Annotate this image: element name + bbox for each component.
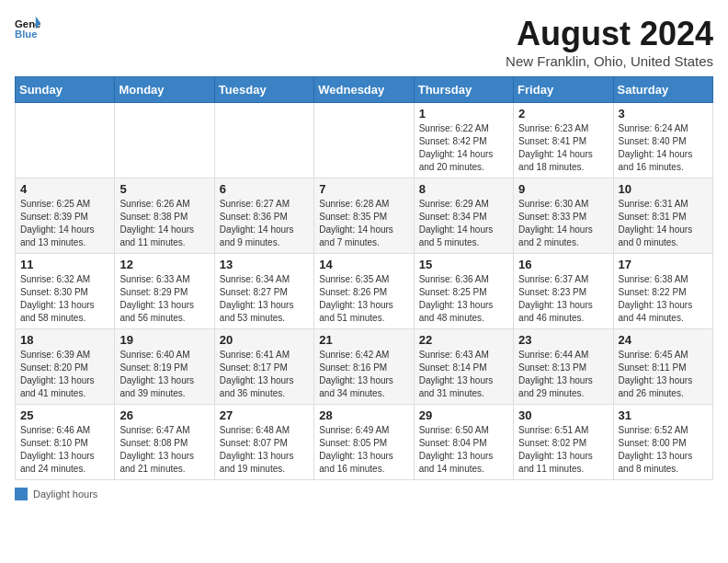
calendar-cell: 19Sunrise: 6:40 AM Sunset: 8:19 PM Dayli… xyxy=(115,329,214,405)
calendar-cell: 10Sunrise: 6:31 AM Sunset: 8:31 PM Dayli… xyxy=(613,178,712,254)
day-info: Sunrise: 6:52 AM Sunset: 8:00 PM Dayligh… xyxy=(619,424,708,476)
calendar-week-row: 18Sunrise: 6:39 AM Sunset: 8:20 PM Dayli… xyxy=(16,329,713,405)
calendar-cell: 20Sunrise: 6:41 AM Sunset: 8:17 PM Dayli… xyxy=(214,329,313,405)
day-number: 1 xyxy=(419,107,508,121)
day-number: 13 xyxy=(220,258,309,271)
day-info: Sunrise: 6:42 AM Sunset: 8:16 PM Dayligh… xyxy=(319,349,408,400)
day-info: Sunrise: 6:28 AM Sunset: 8:35 PM Dayligh… xyxy=(319,198,408,249)
calendar-cell: 29Sunrise: 6:50 AM Sunset: 8:04 PM Dayli… xyxy=(414,405,513,480)
day-number: 9 xyxy=(518,182,608,196)
day-number: 3 xyxy=(619,107,708,121)
day-info: Sunrise: 6:44 AM Sunset: 8:13 PM Dayligh… xyxy=(518,349,608,400)
calendar-cell: 5Sunrise: 6:26 AM Sunset: 8:38 PM Daylig… xyxy=(115,178,214,254)
page-title: August 2024 xyxy=(506,15,713,53)
calendar-header-sunday: Sunday xyxy=(16,77,115,103)
day-number: 31 xyxy=(619,408,708,422)
calendar-cell xyxy=(115,103,214,178)
day-number: 24 xyxy=(619,333,708,347)
day-info: Sunrise: 6:22 AM Sunset: 8:42 PM Dayligh… xyxy=(419,122,508,174)
day-info: Sunrise: 6:39 AM Sunset: 8:20 PM Dayligh… xyxy=(20,349,109,400)
day-number: 12 xyxy=(119,258,209,271)
calendar-cell: 9Sunrise: 6:30 AM Sunset: 8:33 PM Daylig… xyxy=(514,178,613,254)
day-info: Sunrise: 6:49 AM Sunset: 8:05 PM Dayligh… xyxy=(319,424,408,476)
calendar-header-thursday: Thursday xyxy=(414,77,513,103)
calendar-header-friday: Friday xyxy=(514,77,613,103)
calendar-week-row: 11Sunrise: 6:32 AM Sunset: 8:30 PM Dayli… xyxy=(16,254,713,329)
day-info: Sunrise: 6:34 AM Sunset: 8:27 PM Dayligh… xyxy=(220,273,309,325)
day-info: Sunrise: 6:41 AM Sunset: 8:17 PM Dayligh… xyxy=(220,349,309,400)
calendar-cell: 17Sunrise: 6:38 AM Sunset: 8:22 PM Dayli… xyxy=(613,254,712,329)
day-info: Sunrise: 6:33 AM Sunset: 8:29 PM Dayligh… xyxy=(119,273,209,325)
day-number: 30 xyxy=(518,408,608,422)
calendar-cell: 8Sunrise: 6:29 AM Sunset: 8:34 PM Daylig… xyxy=(414,178,513,254)
calendar-cell: 31Sunrise: 6:52 AM Sunset: 8:00 PM Dayli… xyxy=(613,405,712,480)
calendar-week-row: 25Sunrise: 6:46 AM Sunset: 8:10 PM Dayli… xyxy=(16,405,713,480)
day-number: 22 xyxy=(419,333,508,347)
calendar-cell: 4Sunrise: 6:25 AM Sunset: 8:39 PM Daylig… xyxy=(16,178,115,254)
calendar-header-monday: Monday xyxy=(115,77,214,103)
calendar-cell xyxy=(16,103,115,178)
day-info: Sunrise: 6:38 AM Sunset: 8:22 PM Dayligh… xyxy=(619,273,708,325)
day-info: Sunrise: 6:27 AM Sunset: 8:36 PM Dayligh… xyxy=(220,198,309,249)
day-info: Sunrise: 6:43 AM Sunset: 8:14 PM Dayligh… xyxy=(419,349,508,400)
calendar-cell: 28Sunrise: 6:49 AM Sunset: 8:05 PM Dayli… xyxy=(314,405,414,480)
day-number: 6 xyxy=(220,182,309,196)
day-info: Sunrise: 6:37 AM Sunset: 8:23 PM Dayligh… xyxy=(518,273,608,325)
calendar-cell: 22Sunrise: 6:43 AM Sunset: 8:14 PM Dayli… xyxy=(414,329,513,405)
calendar-cell: 11Sunrise: 6:32 AM Sunset: 8:30 PM Dayli… xyxy=(16,254,115,329)
calendar-cell: 26Sunrise: 6:47 AM Sunset: 8:08 PM Dayli… xyxy=(115,405,214,480)
calendar-header-row: SundayMondayTuesdayWednesdayThursdayFrid… xyxy=(16,77,713,103)
calendar-cell: 30Sunrise: 6:51 AM Sunset: 8:02 PM Dayli… xyxy=(514,405,613,480)
day-number: 2 xyxy=(518,107,608,121)
daylight-box xyxy=(15,488,28,500)
day-info: Sunrise: 6:26 AM Sunset: 8:38 PM Dayligh… xyxy=(119,198,209,249)
calendar-header-wednesday: Wednesday xyxy=(314,77,414,103)
day-number: 18 xyxy=(20,333,109,347)
calendar-cell: 27Sunrise: 6:48 AM Sunset: 8:07 PM Dayli… xyxy=(214,405,313,480)
day-number: 8 xyxy=(419,182,508,196)
logo: General Blue xyxy=(15,15,40,40)
calendar-cell: 6Sunrise: 6:27 AM Sunset: 8:36 PM Daylig… xyxy=(214,178,313,254)
day-number: 25 xyxy=(20,408,109,422)
calendar-cell xyxy=(314,103,414,178)
day-number: 26 xyxy=(119,408,209,422)
day-info: Sunrise: 6:48 AM Sunset: 8:07 PM Dayligh… xyxy=(220,424,309,476)
day-info: Sunrise: 6:46 AM Sunset: 8:10 PM Dayligh… xyxy=(20,424,109,476)
day-number: 10 xyxy=(619,182,708,196)
day-info: Sunrise: 6:35 AM Sunset: 8:26 PM Dayligh… xyxy=(319,273,408,325)
calendar-cell: 13Sunrise: 6:34 AM Sunset: 8:27 PM Dayli… xyxy=(214,254,313,329)
day-number: 23 xyxy=(518,333,608,347)
day-info: Sunrise: 6:40 AM Sunset: 8:19 PM Dayligh… xyxy=(119,349,209,400)
day-info: Sunrise: 6:23 AM Sunset: 8:41 PM Dayligh… xyxy=(518,122,608,174)
footer: Daylight hours xyxy=(15,488,713,500)
calendar-week-row: 4Sunrise: 6:25 AM Sunset: 8:39 PM Daylig… xyxy=(16,178,713,254)
page-subtitle: New Franklin, Ohio, United States xyxy=(506,53,713,69)
calendar-cell xyxy=(214,103,313,178)
logo-icon: General Blue xyxy=(15,15,40,40)
day-number: 19 xyxy=(119,333,209,347)
calendar-cell: 3Sunrise: 6:24 AM Sunset: 8:40 PM Daylig… xyxy=(613,103,712,178)
calendar-cell: 21Sunrise: 6:42 AM Sunset: 8:16 PM Dayli… xyxy=(314,329,414,405)
day-info: Sunrise: 6:51 AM Sunset: 8:02 PM Dayligh… xyxy=(518,424,608,476)
calendar-header-saturday: Saturday xyxy=(613,77,712,103)
day-number: 17 xyxy=(619,258,708,271)
calendar-cell: 1Sunrise: 6:22 AM Sunset: 8:42 PM Daylig… xyxy=(414,103,513,178)
day-info: Sunrise: 6:45 AM Sunset: 8:11 PM Dayligh… xyxy=(619,349,708,400)
calendar-header-tuesday: Tuesday xyxy=(214,77,313,103)
calendar-cell: 25Sunrise: 6:46 AM Sunset: 8:10 PM Dayli… xyxy=(16,405,115,480)
calendar-cell: 18Sunrise: 6:39 AM Sunset: 8:20 PM Dayli… xyxy=(16,329,115,405)
calendar-week-row: 1Sunrise: 6:22 AM Sunset: 8:42 PM Daylig… xyxy=(16,103,713,178)
day-info: Sunrise: 6:29 AM Sunset: 8:34 PM Dayligh… xyxy=(419,198,508,249)
day-number: 28 xyxy=(319,408,408,422)
title-area: August 2024 New Franklin, Ohio, United S… xyxy=(506,15,713,69)
day-number: 15 xyxy=(419,258,508,271)
day-info: Sunrise: 6:32 AM Sunset: 8:30 PM Dayligh… xyxy=(20,273,109,325)
calendar-cell: 7Sunrise: 6:28 AM Sunset: 8:35 PM Daylig… xyxy=(314,178,414,254)
header: General Blue August 2024 New Franklin, O… xyxy=(15,15,713,69)
day-number: 21 xyxy=(319,333,408,347)
day-info: Sunrise: 6:36 AM Sunset: 8:25 PM Dayligh… xyxy=(419,273,508,325)
day-number: 5 xyxy=(119,182,209,196)
calendar-cell: 23Sunrise: 6:44 AM Sunset: 8:13 PM Dayli… xyxy=(514,329,613,405)
calendar-cell: 2Sunrise: 6:23 AM Sunset: 8:41 PM Daylig… xyxy=(514,103,613,178)
day-info: Sunrise: 6:30 AM Sunset: 8:33 PM Dayligh… xyxy=(518,198,608,249)
